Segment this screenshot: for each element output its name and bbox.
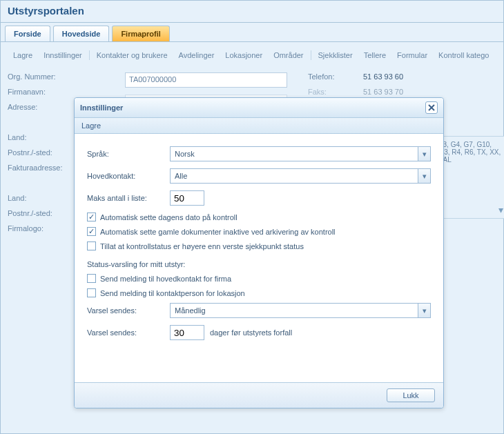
- settings-dialog: Innstillinger Lagre Språk: Norsk ▾ Hoved…: [74, 97, 444, 408]
- chk-auto-inactive-label: Automatisk sette gamle dokumenter inakti…: [100, 228, 336, 236]
- dialog-titlebar[interactable]: Innstillinger: [75, 98, 443, 118]
- chk-auto-date-label: Automatisk sette dagens dato på kontroll: [100, 213, 238, 221]
- dialog-body: Språk: Norsk ▾ Hovedkontakt: Alle ▾ Maks…: [75, 134, 443, 382]
- close-icon[interactable]: [425, 101, 438, 114]
- max-label: Maks antall i liste:: [87, 194, 170, 202]
- lang-label: Språk:: [87, 150, 170, 158]
- dialog-footer: Lukk: [75, 382, 443, 408]
- dropdown-arrow-icon: ▾: [418, 147, 430, 161]
- varsel2-suffix: dager før utstyrets forfall: [210, 328, 292, 337]
- chk-allow-higher-status[interactable]: [87, 241, 96, 250]
- varsel1-value: Månedlig: [175, 306, 206, 315]
- contact-label: Hovedkontakt:: [87, 172, 170, 180]
- varsel-days-input[interactable]: [170, 325, 204, 340]
- close-button[interactable]: Lukk: [387, 388, 435, 402]
- status-section-label: Status-varsling for mitt utstyr:: [87, 260, 431, 268]
- chk-send-hovedkontakt[interactable]: [87, 274, 96, 283]
- chk-send-lokasjon-label: Send melding til kontaktperson for lokas…: [100, 289, 245, 297]
- chk-auto-inactive[interactable]: [87, 227, 96, 236]
- chk-allow-higher-status-label: Tillat at kontrollstatus er høyere enn v…: [100, 242, 304, 250]
- varsel-frequency-select[interactable]: Månedlig ▾: [170, 303, 431, 318]
- chk-send-hovedkontakt-label: Send melding til hovedkontakt for firma: [100, 275, 231, 283]
- chk-auto-date[interactable]: [87, 213, 96, 221]
- max-input[interactable]: [170, 190, 204, 206]
- varsel2-label: Varsel sendes:: [87, 328, 170, 337]
- chk-send-lokasjon[interactable]: [87, 288, 96, 297]
- varsel1-label: Varsel sendes:: [87, 306, 170, 315]
- dropdown-arrow-icon: ▾: [418, 169, 430, 183]
- lang-value: Norsk: [175, 150, 195, 158]
- contact-value: Alle: [175, 172, 187, 180]
- dialog-toolbar: Lagre: [75, 118, 443, 134]
- lang-select[interactable]: Norsk ▾: [170, 146, 431, 161]
- dropdown-arrow-icon: ▾: [418, 304, 430, 317]
- dialog-toolbar-lagre[interactable]: Lagre: [81, 121, 101, 130]
- dialog-title: Innstillinger: [80, 103, 123, 112]
- app-window: Utstyrsportalen Forside Hovedside Firmap…: [0, 0, 504, 434]
- contact-select[interactable]: Alle ▾: [170, 168, 431, 184]
